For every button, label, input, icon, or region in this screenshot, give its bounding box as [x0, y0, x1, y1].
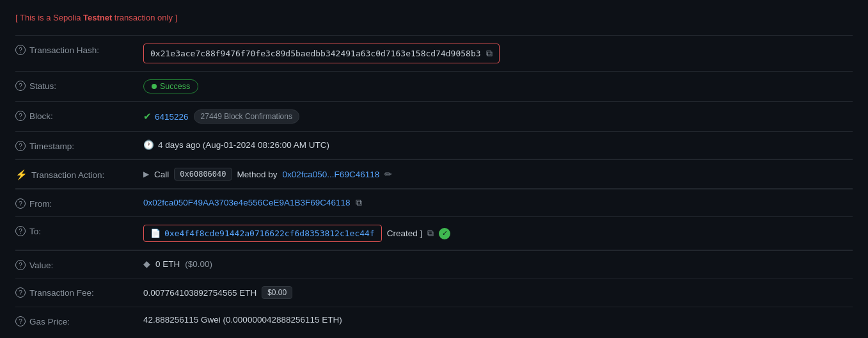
timestamp-value: 4 days ago (Aug-01-2024 08:26:00 AM UTC)	[158, 140, 329, 150]
testnet-banner: [ This is a Sepolia Testnet transaction …	[15, 10, 853, 25]
to-label: To:	[29, 227, 41, 236]
block-check-icon: ✔	[143, 111, 152, 122]
status-label-col: ? Status:	[15, 79, 143, 91]
call-text: Call	[154, 170, 169, 179]
tx-action-value-col: ▶ Call 0x60806040 Method by 0x02fca050..…	[143, 168, 853, 181]
tx-hash-label-col: ? Transaction Hash:	[15, 44, 143, 55]
gas-price-label-col: ? Gas Price:	[15, 315, 143, 326]
block-label-col: ? Block:	[15, 109, 143, 121]
to-address-link[interactable]: 0xe4f4f8cde91442a0716622cf6d8353812c1ec4…	[164, 229, 375, 238]
from-address: 0x02fca050F49AA3703e4e556CeE9A1B3F69C461…	[143, 198, 351, 207]
timestamp-row: ? Timestamp: 🕐 4 days ago (Aug-01-2024 0…	[15, 132, 853, 159]
action-row: ▶ Call 0x60806040 Method by 0x02fca050..…	[143, 168, 392, 181]
block-value-col: ✔ 6415226 27449 Block Confirmations	[143, 109, 853, 124]
contract-file-icon: 📄	[150, 229, 161, 238]
tx-action-row: ⚡ Transaction Action: ▶ Call 0x60806040 …	[15, 160, 853, 189]
tx-hash-box: 0x21e3ace7c88f9476f70fe3c89d5baedbb34249…	[143, 44, 500, 63]
usd-amount: ($0.00)	[185, 259, 212, 269]
status-dot	[152, 84, 157, 89]
gas-price-row: ? Gas Price: 42.888256115 Gwei (0.000000…	[15, 307, 853, 334]
from-value-col: 0x02fca050F49AA3703e4e556CeE9A1B3F69C461…	[143, 197, 853, 208]
fee-usd-badge: $0.00	[262, 286, 292, 299]
timestamp-value-col: 🕐 4 days ago (Aug-01-2024 08:26:00 AM UT…	[143, 140, 853, 150]
clock-icon: 🕐	[143, 140, 154, 150]
verified-icon: ✓	[439, 228, 450, 239]
to-info-icon[interactable]: ?	[15, 226, 26, 236]
gas-price-value-col: 42.888256115 Gwei (0.000000042888256115 …	[143, 315, 853, 325]
main-container: [ This is a Sepolia Testnet transaction …	[0, 0, 868, 338]
gas-price-label: Gas Price:	[29, 317, 70, 326]
block-number-link[interactable]: ✔ 6415226	[143, 111, 189, 122]
tx-fee-info-icon[interactable]: ?	[15, 287, 26, 298]
from-copy-icon[interactable]: ⧉	[356, 197, 362, 208]
eth-amount: 0 ETH	[155, 259, 180, 269]
tx-action-label: Transaction Action:	[31, 170, 104, 180]
edit-icon[interactable]: ✏	[384, 169, 392, 179]
gas-price-info-icon[interactable]: ?	[15, 316, 26, 326]
tx-hash-value: 0x21e3ace7c88f9476f70fe3c89d5baedbb34249…	[150, 49, 481, 58]
created-text: Created ]	[387, 229, 423, 238]
tx-hash-info-icon[interactable]: ?	[15, 45, 26, 55]
to-box: 📄 0xe4f4f8cde91442a0716622cf6d8353812c1e…	[143, 225, 382, 242]
status-label: Status:	[29, 81, 56, 91]
from-info-icon[interactable]: ?	[15, 198, 26, 209]
gas-price-value: 42.888256115 Gwei (0.000000042888256115 …	[143, 315, 342, 325]
to-value-col: 📄 0xe4f4f8cde91442a0716622cf6d8353812c1e…	[143, 225, 853, 242]
method-link[interactable]: 0x02fca050...F69C46118	[283, 170, 380, 179]
status-row: ? Status: Success	[15, 72, 853, 102]
status-value-col: Success	[143, 79, 853, 93]
tx-fee-label-col: ? Transaction Fee:	[15, 286, 143, 298]
block-info-icon[interactable]: ?	[15, 111, 26, 121]
tx-hash-copy-icon[interactable]: ⧉	[486, 48, 493, 59]
tx-hash-label: Transaction Hash:	[29, 45, 99, 55]
eth-diamond-icon: ◆	[143, 259, 150, 269]
to-label-col: ? To:	[15, 225, 143, 236]
tx-fee-label: Transaction Fee:	[29, 288, 94, 298]
value-label-col: ? Value:	[15, 259, 143, 270]
tx-fee-row: ? Transaction Fee: 0.00776410389275456​5…	[15, 278, 853, 307]
timestamp-info-icon[interactable]: ?	[15, 141, 26, 151]
triangle-icon: ▶	[143, 170, 149, 179]
value-info-icon[interactable]: ?	[15, 260, 26, 270]
testnet-highlight: Testnet	[83, 13, 112, 22]
status-value: Success	[160, 82, 190, 91]
value-row: ? Value: ◆ 0 ETH ($0.00)	[15, 251, 853, 278]
value-value-col: ◆ 0 ETH ($0.00)	[143, 259, 853, 269]
method-by-text: Method by	[237, 170, 278, 179]
tx-action-label-col: ⚡ Transaction Action:	[15, 168, 143, 181]
from-label: From:	[29, 199, 52, 209]
tx-fee-value-col: 0.00776410389275456​5 ETH $0.00	[143, 286, 853, 299]
from-address-link[interactable]: 0x02fca050F49AA3703e4e556CeE9A1B3F69C461…	[143, 198, 351, 207]
timestamp-label-col: ? Timestamp:	[15, 140, 143, 151]
from-row: ? From: 0x02fca050F49AA3703e4e556CeE9A1B…	[15, 189, 853, 217]
fee-eth: 0.00776410389275456​5 ETH	[143, 288, 256, 298]
tx-hash-value-col: 0x21e3ace7c88f9476f70fe3c89d5baedbb34249…	[143, 44, 853, 63]
tx-hash-row: ? Transaction Hash: 0x21e3ace7c88f9476f7…	[15, 36, 853, 72]
timestamp-label: Timestamp:	[29, 141, 74, 151]
confirmations-badge: 27449 Block Confirmations	[194, 109, 299, 124]
lightning-icon: ⚡	[15, 169, 28, 181]
block-row: ? Block: ✔ 6415226 27449 Block Confirmat…	[15, 102, 853, 132]
method-code-badge: 0x60806040	[174, 168, 232, 181]
block-number: 6415226	[155, 112, 189, 122]
to-copy-icon[interactable]: ⧉	[427, 228, 434, 239]
status-info-icon[interactable]: ?	[15, 81, 26, 91]
status-badge: Success	[143, 79, 198, 93]
to-row: ? To: 📄 0xe4f4f8cde91442a0716622cf6d8353…	[15, 217, 853, 250]
block-label: Block:	[29, 111, 53, 121]
from-label-col: ? From:	[15, 197, 143, 209]
value-label: Value:	[29, 261, 53, 270]
timestamp-text: 🕐 4 days ago (Aug-01-2024 08:26:00 AM UT…	[143, 140, 329, 150]
